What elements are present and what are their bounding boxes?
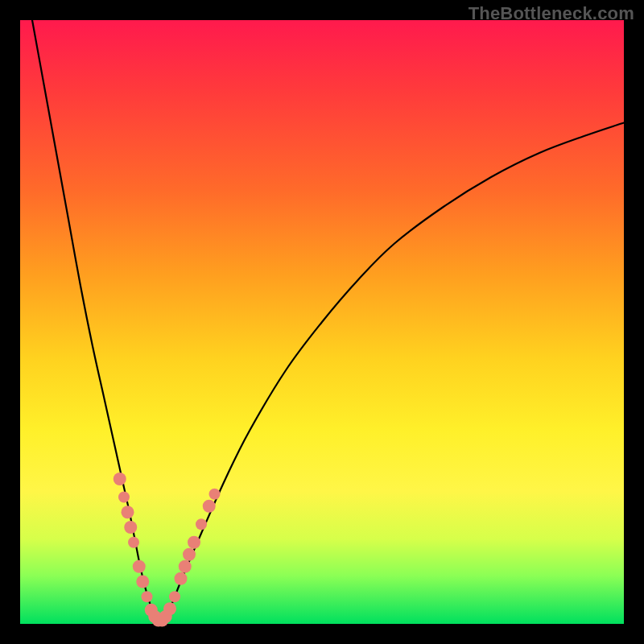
curve-marker	[179, 560, 192, 573]
bottleneck-curve-path	[32, 20, 624, 624]
curve-marker	[118, 492, 130, 503]
curve-marker	[133, 560, 146, 573]
chart-plot-area	[20, 20, 624, 624]
curve-marker	[188, 536, 200, 549]
curve-marker	[122, 506, 134, 518]
curve-marker	[175, 572, 188, 585]
curve-marker	[209, 489, 221, 500]
curve-marker	[163, 602, 176, 615]
curve-marker	[142, 591, 153, 602]
curve-marker	[128, 537, 139, 548]
attribution-label: TheBottleneck.com	[469, 3, 634, 24]
curve-marker	[114, 473, 126, 485]
curve-marker	[169, 591, 180, 602]
curve-marker	[196, 518, 207, 530]
curve-markers	[114, 473, 221, 627]
bottleneck-curve-svg	[20, 20, 624, 624]
curve-marker	[124, 521, 137, 534]
curve-marker	[183, 548, 196, 561]
curve-marker	[136, 576, 149, 588]
curve-marker	[203, 500, 216, 513]
